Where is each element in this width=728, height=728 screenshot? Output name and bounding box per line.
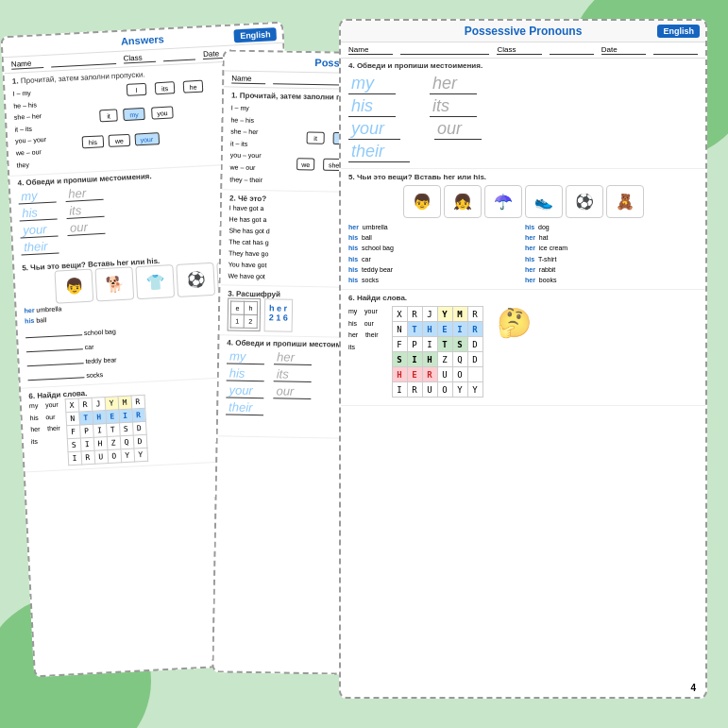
word-grid-f: X R J Y M R N T H E I R F P <box>392 306 483 398</box>
trace-their-f: their <box>348 142 410 162</box>
trace-her-br: her <box>274 350 312 366</box>
items-right: his dog her hat her ice cream his T-shir… <box>525 222 698 285</box>
search-words-bl: my your his our her their its <box>29 399 61 449</box>
trace-their-br: their <box>226 400 263 416</box>
img-umbrella-f: ☂️ <box>484 185 522 218</box>
svg-text:we: we <box>300 161 310 168</box>
svg-text:it: it <box>313 135 317 142</box>
trace-spacer <box>405 74 420 94</box>
class-field-f <box>550 45 594 55</box>
trace-my: my <box>18 188 57 205</box>
date-label-f: Date <box>601 45 646 55</box>
pronouns-list-br: I – myhe – hisshe – herit – its you – yo… <box>229 103 283 187</box>
ws-back-left-title: Answers <box>121 33 164 46</box>
class-label: Class <box>123 53 156 64</box>
name-field <box>51 55 116 68</box>
svg-text:its: its <box>161 85 169 92</box>
trace-our-br: our <box>273 384 311 400</box>
trace-my-br: my <box>227 349 264 365</box>
trace-her: her <box>65 185 104 202</box>
section5-front: 5. Чьи это вещи? Вставь her или his. 👦 👧… <box>341 169 705 290</box>
ws-front-header: Possessive Pronouns English <box>341 21 705 42</box>
name-label: Name <box>11 59 44 70</box>
page-number: 4 <box>690 683 696 693</box>
ws-front-badge: English <box>657 25 700 38</box>
trace-her-f: her <box>430 74 477 94</box>
pronouns-list: I – myhe – hisshe – herit – its you – yo… <box>12 86 69 172</box>
word-grid-bl: X R J Y M R N T H E I R F P <box>64 395 148 466</box>
name-field-f <box>400 45 489 55</box>
s6-num-f: 6. Найди слова. <box>348 294 698 302</box>
ws-front-name-row: Name Class Date <box>341 42 705 59</box>
img-ball: ⚽ <box>176 262 215 297</box>
trace-its-f: its <box>430 96 477 117</box>
section6-front: 6. Найди слова. my your his our her thei… <box>341 290 705 406</box>
img-dog: 🐕 <box>94 266 134 301</box>
trace-its: its <box>66 202 105 219</box>
trace-your: your <box>20 222 59 239</box>
name-field-br <box>273 75 341 85</box>
svg-text:she: she <box>329 161 340 168</box>
name-label-br: Name <box>231 75 265 85</box>
trace-his-br: his <box>227 366 264 382</box>
trace-your-br: your <box>226 383 263 399</box>
ws-back-left-badge: English <box>234 27 277 42</box>
search-words-container-f: my your his our her their its <box>348 306 379 353</box>
tracing-section-front: 4. Обведи и пропиши местоимения. my her … <box>341 59 705 169</box>
class-field <box>163 51 196 62</box>
svg-text:his: his <box>89 139 98 145</box>
trace-spacer2 <box>405 96 420 117</box>
question-person-icon: 🤔 <box>497 306 532 339</box>
trace-title-f: 4. Обведи и пропиши местоимения. <box>348 61 698 70</box>
trace-their: their <box>21 239 59 256</box>
trace-our: our <box>67 219 106 236</box>
s5-num-f: 5. Чьи это вещи? Вставь her или his. <box>348 173 698 181</box>
img-boy-f: 👦 <box>403 185 441 218</box>
svg-text:I: I <box>135 87 137 93</box>
worksheet-front: Possessive Pronouns English Name Class D… <box>339 19 707 699</box>
trace-my-f: my <box>348 74 396 94</box>
img-clothes: 👕 <box>135 264 175 299</box>
img-ball-f: ⚽ <box>566 185 603 218</box>
items-two-col: her umbrella his ball his school bag his… <box>348 222 698 285</box>
svg-text:it: it <box>107 112 110 119</box>
img-girl-f: 👧 <box>444 185 482 218</box>
svg-text:he: he <box>189 84 196 91</box>
img-bear-f: 🧸 <box>606 185 644 218</box>
trace-your-f: your <box>348 119 400 140</box>
svg-text:we: we <box>114 138 124 145</box>
trace-his: his <box>19 205 58 222</box>
trace-spacer3 <box>410 119 425 140</box>
pronouns-svg: I its he it my you his we your <box>70 77 224 151</box>
trace-his-f: his <box>348 96 396 117</box>
img-shoe-f: 👟 <box>525 185 563 218</box>
img-boy: 👦 <box>54 269 93 304</box>
items-left: her umbrella his ball his school bag his… <box>348 222 521 285</box>
word-search-front: my your his our her their its X R J Y M … <box>348 306 698 398</box>
trace-our-f: our <box>434 119 482 140</box>
s5-images-f: 👦 👧 ☂️ 👟 ⚽ 🧸 <box>348 185 698 218</box>
class-label-f: Class <box>497 45 541 55</box>
date-field-f <box>653 45 698 55</box>
trace-its-br: its <box>274 367 312 383</box>
ws-front-title: Possessive Pronouns <box>465 25 583 38</box>
search-words-f: my your his our her their its <box>348 306 379 353</box>
name-label-f: Name <box>348 45 393 55</box>
